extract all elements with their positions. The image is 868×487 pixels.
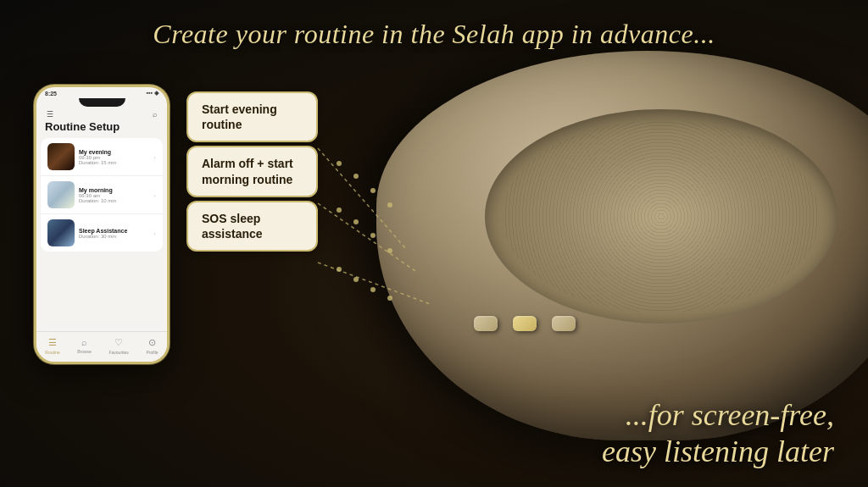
tooltip-evening-text: Start evening routine bbox=[202, 102, 277, 131]
routine-item-morning[interactable]: My morning 06:30 am Duration: 10 min › bbox=[41, 176, 163, 214]
routine-name-sleep: Sleep Assistance bbox=[79, 228, 149, 234]
profile-tab-icon: ⊙ bbox=[148, 337, 156, 348]
chevron-icon-evening: › bbox=[153, 153, 156, 161]
tab-routine[interactable]: ☰ Routine bbox=[45, 337, 59, 355]
routine-tab-label: Routine bbox=[45, 350, 59, 355]
routine-info-evening: My evening 09:30 pm Duration: 15 min bbox=[75, 149, 153, 165]
routine-tab-icon: ☰ bbox=[48, 337, 57, 348]
footer-line1: ...for screen-free, bbox=[602, 397, 834, 434]
profile-tab-label: Profile bbox=[146, 350, 158, 355]
browse-tab-label: Browse bbox=[77, 349, 92, 354]
menu-icon[interactable]: ☰ bbox=[47, 110, 53, 119]
phone-screen: 8:25 ▪▪▪ ◈ ☰ ⌕ Routine Setup My eve bbox=[34, 85, 170, 364]
phone-island bbox=[79, 98, 125, 107]
routine-thumb-sleep bbox=[47, 219, 75, 246]
tab-browse[interactable]: ⌕ Browse bbox=[77, 337, 92, 355]
favourites-tab-label: Favourites bbox=[108, 350, 128, 355]
routine-info-morning: My morning 06:30 am Duration: 10 min bbox=[75, 187, 153, 203]
tooltip-container: Start evening routine Alarm off + start … bbox=[186, 91, 318, 252]
phone-tab-bar: ☰ Routine ⌕ Browse ♡ Favourites ⊙ Profil… bbox=[36, 331, 167, 362]
phone-mockup: 8:25 ▪▪▪ ◈ ☰ ⌕ Routine Setup My eve bbox=[34, 85, 170, 364]
routine-list: My evening 09:30 pm Duration: 15 min › M… bbox=[41, 138, 163, 252]
header-title: Create your routine in the Selah app in … bbox=[0, 0, 868, 58]
footer-text: ...for screen-free, easy listening later bbox=[602, 397, 834, 470]
chevron-icon-sleep: › bbox=[153, 230, 156, 237]
phone-status-bar: 8:25 ▪▪▪ ◈ bbox=[36, 87, 167, 98]
routine-duration-sleep: Duration: 30 min bbox=[79, 234, 149, 239]
routine-info-sleep: Sleep Assistance Duration: 30 min bbox=[75, 228, 153, 239]
routine-thumb-evening bbox=[47, 143, 75, 170]
tab-favourites[interactable]: ♡ Favourites bbox=[108, 337, 128, 355]
chevron-icon-morning: › bbox=[153, 191, 156, 199]
routine-name-morning: My morning bbox=[79, 187, 149, 193]
routine-item-evening[interactable]: My evening 09:30 pm Duration: 15 min › bbox=[41, 138, 163, 176]
routine-duration-morning: Duration: 10 min bbox=[79, 198, 149, 203]
phone-icons: ▪▪▪ ◈ bbox=[147, 90, 159, 97]
phone-header-area: ☰ ⌕ Routine Setup bbox=[36, 107, 167, 138]
routine-duration-evening: Duration: 15 min bbox=[79, 160, 149, 165]
tooltip-morning-text: Alarm off + start morning routine bbox=[202, 157, 293, 185]
tooltip-sleep: SOS sleep assistance bbox=[186, 201, 318, 252]
tab-profile[interactable]: ⊙ Profile bbox=[146, 337, 158, 355]
favourites-tab-icon: ♡ bbox=[114, 337, 123, 348]
routine-thumb-morning bbox=[47, 181, 75, 208]
routine-name-evening: My evening bbox=[79, 149, 149, 155]
footer-line2: easy listening later bbox=[602, 434, 834, 470]
phone-time: 8:25 bbox=[45, 91, 57, 97]
tooltip-morning: Alarm off + start morning routine bbox=[186, 146, 318, 196]
routine-item-sleep[interactable]: Sleep Assistance Duration: 30 min › bbox=[41, 214, 163, 252]
phone-nav-icons: ☰ ⌕ bbox=[45, 110, 159, 119]
tooltip-sleep-text: SOS sleep assistance bbox=[202, 212, 263, 241]
phone-screen-title: Routine Setup bbox=[45, 120, 159, 133]
browse-tab-icon: ⌕ bbox=[81, 337, 87, 347]
tooltip-evening: Start evening routine bbox=[186, 91, 318, 142]
search-icon[interactable]: ⌕ bbox=[153, 110, 157, 119]
main-content: Create your routine in the Selah app in … bbox=[0, 0, 868, 487]
